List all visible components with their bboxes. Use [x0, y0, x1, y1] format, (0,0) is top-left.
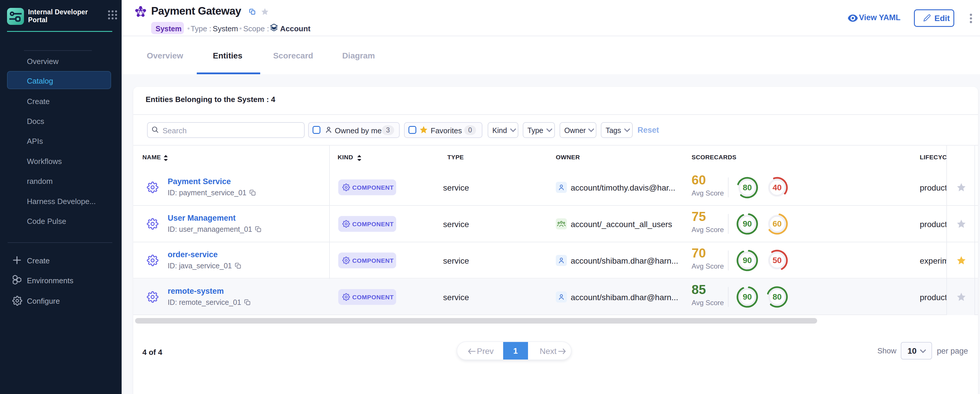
svg-text:60: 60 [772, 219, 781, 228]
svg-text:80: 80 [772, 292, 781, 301]
svg-text:80: 80 [743, 183, 752, 192]
svg-text:90: 90 [743, 256, 752, 265]
svg-text:40: 40 [772, 183, 781, 192]
svg-text:90: 90 [743, 292, 752, 301]
svg-text:50: 50 [772, 256, 781, 265]
svg-text:90: 90 [743, 219, 752, 228]
